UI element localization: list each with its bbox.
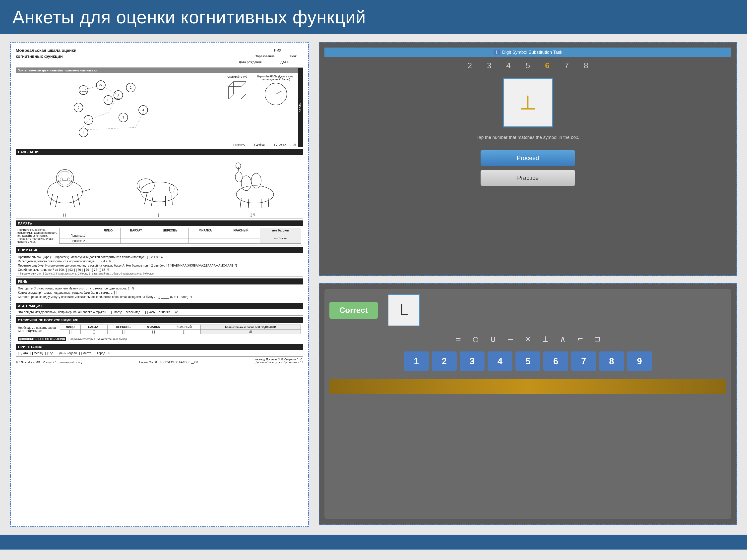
sym-equals: =	[452, 334, 464, 344]
main-content: Монреальская шкала оценки когнитивных фу…	[0, 42, 747, 527]
svg-point-57	[236, 186, 274, 203]
task-num-2: 2	[468, 61, 472, 70]
copyright: © Z.Nasreddine MD	[16, 361, 40, 364]
animals-row	[18, 157, 301, 212]
num-button-3[interactable]: 3	[460, 351, 485, 371]
task-num-4: 4	[506, 61, 511, 70]
svg-point-40	[56, 169, 74, 187]
optional-section: ДОПОЛНИТЕЛЬНО ПО ЖЕЛАНИЮ Подсказка катег…	[16, 336, 303, 342]
tapping-row: Прочтите ряд букв. Испытуемому должен хл…	[18, 264, 301, 267]
orientation-row: [ ] Дата [ ] Месяц [ ] Год [ ] День неде…	[18, 351, 301, 355]
naming-body: [ ] [ ] [ ] /3	[16, 155, 303, 218]
serial7-scoring: 4-5 правильных отв.: 3 балла, 2-3 правил…	[18, 272, 301, 275]
naming-section: НАЗЫВАНИЕ	[16, 149, 303, 219]
moca-header: Монреальская шкала оценки когнитивных фу…	[16, 48, 303, 65]
num-button-8[interactable]: 8	[599, 351, 624, 371]
svg-line-64	[248, 199, 249, 208]
proceed-button[interactable]: Proceed	[481, 150, 575, 166]
svg-line-44	[50, 194, 53, 206]
translation: перевод: Посохина О. В. Смирнова А. Ю.	[255, 358, 303, 361]
num-button-9[interactable]: 9	[627, 351, 652, 371]
orientation-header: ОРИЕНТАЦИЯ	[16, 344, 303, 350]
orientation-section: ОРИЕНТАЦИЯ [ ] Дата [ ] Месяц [ ] Год [ …	[16, 344, 303, 357]
delayed-recall-section: ОТСРОЧЕННОЕ ВОСПРОИЗВЕДЕНИЕ Необходимо н…	[16, 317, 303, 342]
num-button-4[interactable]: 4	[488, 351, 512, 371]
lion-svg	[37, 160, 93, 209]
svg-line-53	[151, 196, 153, 206]
sentence2-row: Кошка всегда пряталась под диваном, когд…	[18, 291, 301, 294]
task-num-3: 3	[487, 61, 491, 70]
sym-circle: ○	[469, 334, 482, 344]
visuospatial-header: Зрительно-конструктивные/исполнительные …	[16, 68, 298, 73]
digit-task-title-bar: 1 Digit Symbol Substitution Task	[325, 48, 731, 57]
svg-text:А: А	[100, 83, 102, 87]
svg-point-43	[68, 178, 70, 181]
num-button-1[interactable]: 1	[404, 351, 429, 371]
bracket-digits: [ ] Цифры	[253, 143, 265, 146]
header: Анкеты для оценки когнитивных функций	[0, 0, 747, 34]
bottom-bar	[0, 535, 747, 550]
fluency-row: Беглость речи: за одну минуту назовите м…	[18, 295, 301, 299]
num-button-2[interactable]: 2	[432, 351, 457, 371]
clock-section: Нарисуйте ЧАСЫ (Десять минут двенадцатог…	[256, 75, 296, 107]
number-grid: 1 2 3 4 5 6 7 8 9	[329, 351, 726, 371]
num-button-7[interactable]: 7	[571, 351, 596, 371]
language-body: Повторите: Я знаю только одно, что Иван …	[16, 285, 303, 301]
visuospatial-section: Зрительно-конструктивные/исполнительные …	[16, 68, 303, 148]
memory-instruction: Прочтите список слов, испытуемый должен …	[18, 228, 57, 243]
svg-point-58	[241, 176, 251, 191]
svg-line-33	[241, 82, 246, 87]
correct-badge: Correct	[329, 302, 378, 319]
max-score-visuospatial: /5	[293, 143, 296, 146]
sentence1-row: Повторите: Я знаю только одно, что Иван …	[18, 287, 301, 290]
orientation-body: [ ] Дата [ ] Месяц [ ] Год [ ] День неде…	[16, 350, 303, 356]
cube-svg	[224, 79, 251, 104]
svg-line-38	[276, 91, 282, 94]
symbols-row: = ○ ∪ — × ⊥ ∧ ⌐ ⊐	[329, 334, 726, 344]
clock-label: Нарисуйте ЧАСЫ (Десять минут двенадцатог…	[256, 75, 296, 81]
trail-making-area: Д Конец А 5 Б 1	[18, 75, 218, 140]
rhino-svg	[132, 160, 187, 209]
memory-section: ПАМЯТЬ Прочтите список слов, испытуемый …	[16, 220, 303, 245]
num-button-6[interactable]: 6	[543, 351, 568, 371]
memory-header-row: ПАМЯТЬ	[16, 220, 303, 226]
camel-svg	[226, 160, 281, 209]
svg-line-34	[241, 94, 246, 99]
num-button-5[interactable]: 5	[515, 351, 540, 371]
svg-line-0	[83, 85, 101, 90]
attention-section: ВНИМАНИЕ Прочтите список цифр (1 цифра/с…	[16, 247, 303, 277]
serial7-row: Серийное вычитание по 7 из 100. [ ] 93 […	[18, 268, 301, 271]
moca-title-line2: когнитивных функций	[16, 54, 76, 59]
practice-button[interactable]: Practice	[481, 170, 575, 186]
language-section: РЕЧЬ Повторите: Я знаю только одно, что …	[16, 278, 303, 301]
svg-text:Конец: Конец	[80, 90, 86, 92]
visuospatial-scores: [ ] Контур [ ] Цифры [ ] Стрелки /5	[16, 142, 298, 147]
correct-top-row: Correct L	[329, 294, 726, 326]
naming-header: НАЗЫВАНИЕ	[16, 149, 303, 155]
svg-line-32	[229, 82, 234, 87]
task-num-6-active: 6	[545, 61, 549, 70]
website: www.mocatest.org	[60, 361, 82, 364]
total: КОЛИЧЕСТВО БАЛЛОВ __/30	[160, 361, 198, 364]
task-num-5: 5	[526, 61, 530, 70]
moca-patient-fields: ИМЯ: ___________ Образование: _______ По…	[239, 48, 303, 65]
delayed-header: ОТСРОЧЕННОЕ ВОСПРОИЗВЕДЕНИЕ	[18, 318, 78, 322]
abstraction-header: АБСТРАКЦИЯ	[16, 303, 303, 309]
svg-point-56	[169, 184, 174, 193]
svg-line-51	[139, 183, 139, 188]
trail-svg: Д Конец А 5 Б 1	[18, 75, 218, 140]
moca-form-panel: Монреальская шкала оценки когнитивных фу…	[10, 42, 309, 527]
bracket-arrows: [ ] Стрелки	[273, 143, 286, 146]
svg-text:2: 2	[130, 86, 132, 89]
copy-cube-label: Скопируйте куб	[221, 75, 254, 78]
svg-line-6	[136, 112, 143, 128]
svg-text:Б: Б	[107, 98, 109, 102]
svg-text:Начало: Начало	[114, 97, 122, 100]
memory-body: Прочтите список слов, испытуемый должен …	[16, 226, 303, 245]
svg-line-66	[268, 198, 269, 207]
svg-line-47	[77, 194, 80, 206]
education-note: Добавить 1 балл, если образование ≤ 12	[255, 361, 303, 364]
digit-task-panel: 1 Digit Symbol Substitution Task 2 3 4 5…	[319, 42, 737, 276]
attention-body: Прочтите список цифр (1 цифра/сек). Испы…	[16, 253, 303, 276]
task-number-row: 2 3 4 5 6 7 8	[325, 61, 731, 70]
